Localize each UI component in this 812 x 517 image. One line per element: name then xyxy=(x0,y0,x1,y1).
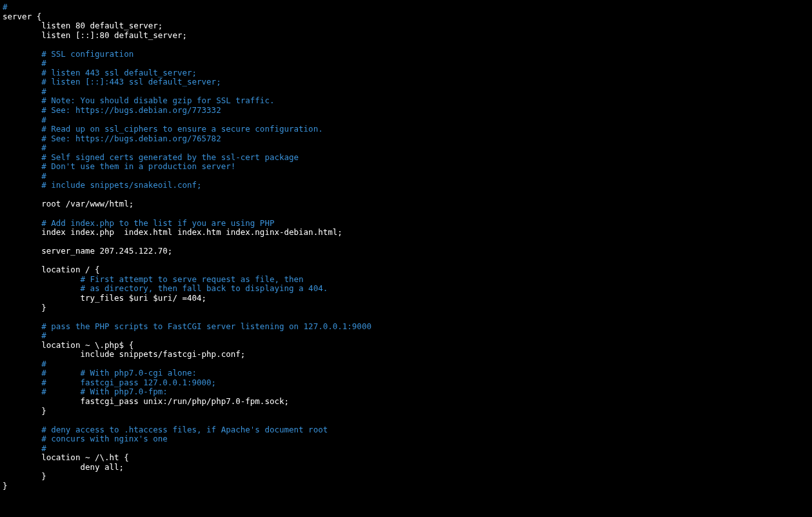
terminal-line: # deny access to .htaccess files, if Apa… xyxy=(3,425,328,434)
terminal-line: # xyxy=(3,58,46,68)
terminal-line: # xyxy=(3,330,46,340)
terminal-line: # Self signed certs generated by the ssl… xyxy=(3,152,299,162)
terminal-line: # xyxy=(3,359,46,369)
terminal-line: location ~ /\.ht { xyxy=(3,452,129,462)
terminal-line: # First attempt to serve request as file… xyxy=(3,274,304,284)
terminal-line: # pass the PHP scripts to FastCGI server… xyxy=(3,321,371,331)
terminal-line: # xyxy=(3,2,8,12)
terminal-line: # Read up on ssl_ciphers to ensure a sec… xyxy=(3,124,323,134)
terminal-line: location ~ \.php$ { xyxy=(3,340,134,350)
terminal-line: fastcgi_pass unix:/run/php/php7.0-fpm.so… xyxy=(3,396,289,406)
terminal-line: # xyxy=(3,171,46,181)
terminal-line: # xyxy=(3,86,46,96)
terminal-line: location / { xyxy=(3,265,100,274)
terminal-line: # Add index.php to the list if you are u… xyxy=(3,218,274,228)
terminal-line: # # With php7.0-cgi alone: xyxy=(3,368,197,378)
terminal-line: server_name 207.245.122.70; xyxy=(3,246,172,256)
terminal-line: } xyxy=(3,471,46,481)
terminal-line: # See: https://bugs.debian.org/773332 xyxy=(3,105,221,115)
terminal-line: } xyxy=(3,406,46,416)
terminal-line: # Note: You should disable gzip for SSL … xyxy=(3,96,274,105)
terminal-line: # xyxy=(3,143,46,152)
terminal-line: } xyxy=(3,303,46,312)
terminal-line: index index.php index.html index.htm ind… xyxy=(3,227,342,237)
terminal-line: # xyxy=(3,115,46,125)
terminal-line: # SSL configuration xyxy=(3,49,134,59)
terminal-output: # server { listen 80 default_server; lis… xyxy=(0,0,812,491)
terminal-line: server { xyxy=(3,12,41,21)
terminal-line: try_files $uri $uri/ =404; xyxy=(3,293,206,303)
terminal-line: # include snippets/snakeoil.conf; xyxy=(3,180,202,190)
terminal-line: listen [::]:80 default_server; xyxy=(3,30,187,40)
terminal-line: # listen 443 ssl default_server; xyxy=(3,68,197,77)
terminal-line: deny all; xyxy=(3,462,124,472)
terminal-line: # concurs with nginx's one xyxy=(3,434,168,443)
terminal-line: # fastcgi_pass 127.0.0.1:9000; xyxy=(3,378,216,387)
terminal-line: } xyxy=(3,481,8,491)
terminal-line: root /var/www/html; xyxy=(3,199,134,208)
terminal-line: include snippets/fastcgi-php.conf; xyxy=(3,349,245,359)
terminal-line: # as directory, then fall back to displa… xyxy=(3,283,328,293)
terminal-line: # # With php7.0-fpm: xyxy=(3,387,168,396)
terminal-line: # Don't use them in a production server! xyxy=(3,161,235,171)
terminal-line: # listen [::]:443 ssl default_server; xyxy=(3,77,221,86)
terminal-line: # xyxy=(3,443,46,453)
terminal-line: listen 80 default_server; xyxy=(3,21,163,30)
terminal-line: # See: https://bugs.debian.org/765782 xyxy=(3,134,221,143)
